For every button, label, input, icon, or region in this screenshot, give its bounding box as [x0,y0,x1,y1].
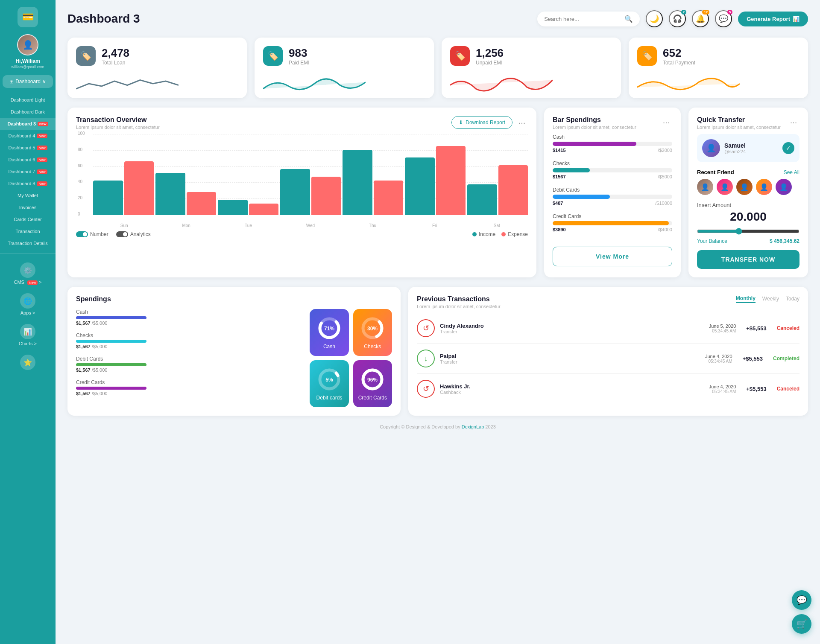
quick-transfer-more-button[interactable]: ··· [788,116,800,128]
bar-red-2 [249,204,279,215]
chart-x-label-4: Thu [342,223,404,228]
friend-avatar-5[interactable]: 👤 [776,179,792,195]
svg-text:5%: 5% [325,377,333,383]
headset-button[interactable]: 🎧 2 [669,10,686,27]
stat-value-loan: 2,478 [102,47,129,60]
spendings-list: Cash $1,567 /$5,000 Checks $1,567 /$5,00… [76,309,303,407]
bar-teal-6 [467,184,497,215]
sidebar-dashboard-button[interactable]: ⊞ Dashboard ∨ [3,75,53,88]
bar-spendings-more-button[interactable]: ··· [660,116,672,128]
stat-label-loan: Total Loan [102,60,129,66]
spendings-title: Spendings [76,295,392,303]
payment-wave [637,71,740,96]
sidebar-nav-item-transaction-details[interactable]: Transaction Details [0,237,56,249]
stats-row: 🏷️ 2,478 Total Loan 🏷️ 983 Paid EMI [67,38,808,98]
stat-card-total-payment: 🏷️ 652 Total Payment [629,38,808,98]
spending-item-checks: Checks $1567 /$5000 [553,160,672,179]
page-title: Dashboard 3 [67,12,140,26]
gear-icon: ⚙️ [20,262,35,278]
bar-group-0 [93,161,154,215]
quick-transfer-title: Quick Transfer [697,116,781,124]
bar-teal-0 [93,181,123,215]
friend-avatar-3[interactable]: 👤 [736,179,753,195]
search-icon: 🔍 [624,15,633,23]
transfer-now-button[interactable]: TRANSFER NOW [697,250,800,269]
expense-dot [501,232,506,236]
friend-avatar-1[interactable]: 👤 [697,179,713,195]
sidebar-nav-item[interactable]: Dashboard 5 New [0,142,56,154]
sidebar-nav-item[interactable]: Dashboard Light [0,94,56,106]
stat-label-unpaid: Unpaid EMI [476,60,504,66]
see-all-link[interactable]: See All [784,169,800,175]
chat-icon: 💬 [719,14,728,23]
prev-tx-title: Previous Transactions [417,295,501,303]
selected-user-name: Samuel [724,142,746,149]
header-right: 🔍 🌙 🎧 2 🔔 12 💬 5 Generate Report 📊 [537,10,808,27]
footer-brand-link[interactable]: DexignLab [462,424,484,429]
tab-monthly[interactable]: Monthly [736,295,756,303]
sidebar-charts-item[interactable]: 📊 Charts > [0,320,56,350]
view-more-button[interactable]: View More [553,247,672,266]
bar-teal-3 [280,169,310,215]
support-fab[interactable]: 💬 [792,590,811,610]
sidebar-nav-item[interactable]: Dashboard Dark [0,106,56,118]
analytics-toggle[interactable] [116,231,128,237]
bar-group-2 [218,200,278,215]
bar-group-5 [405,146,466,215]
tab-weekly[interactable]: Weekly [762,296,779,303]
sidebar-star-item[interactable]: ⭐ [0,350,56,376]
search-input[interactable] [544,16,621,22]
sidebar-nav-item-transaction[interactable]: Transaction [0,225,56,237]
sidebar-cms-item[interactable]: ⚙️ CMS New > [0,258,56,289]
bottom-row: Spendings Cash $1,567 /$5,000 Checks $1,… [67,287,808,416]
sidebar-nav-item-invoices[interactable]: Invoices [0,201,56,213]
download-report-button[interactable]: ⬇ Download Report [451,116,512,129]
main-content: Dashboard 3 🔍 🌙 🎧 2 🔔 12 💬 5 Gen [56,0,820,644]
moon-icon: 🌙 [650,14,659,23]
header: Dashboard 3 🔍 🌙 🎧 2 🔔 12 💬 5 Gen [67,10,808,27]
sidebar-nav-item-cards[interactable]: Cards Center [0,213,56,225]
sidebar-nav-item[interactable]: Dashboard 7 New [0,166,56,178]
sidebar-nav-item[interactable]: Dashboard 6 New [0,154,56,166]
bar-teal-4 [343,150,372,215]
spending-item-credit: Credit Cards $3890 /$4000 [553,213,672,232]
sidebar-nav-item-dashboard3[interactable]: Dashboard 3 New [0,118,56,130]
transaction-item-1: ↺ Cindy Alexandro Transfer June 5, 2020 … [417,313,800,344]
donut-cash: 71% Cash [310,309,348,356]
spending-list-credit: Credit Cards $1,567 /$5,000 [76,379,303,396]
friend-avatar-2[interactable]: 👤 [717,179,733,195]
bar-red-5 [436,146,466,215]
svg-text:96%: 96% [367,377,378,383]
footer: Copyright © Designed & Developed by Dexi… [67,416,808,434]
sidebar-nav-item-wallet[interactable]: My Wallet [0,189,56,201]
number-toggle[interactable] [76,231,88,237]
sidebar-apps-item[interactable]: 🌐 Apps > [0,289,56,320]
notifications-button[interactable]: 🔔 12 [692,10,709,27]
spending-list-debit: Debit Cards $1,567 /$5,000 [76,356,303,373]
friend-avatar-4[interactable]: 👤 [756,179,772,195]
stat-label-emi: Paid EMI [289,60,310,66]
theme-toggle-button[interactable]: 🌙 [646,10,663,27]
generate-report-button[interactable]: Generate Report 📊 [738,12,808,26]
spending-list-checks: Checks $1,567 /$5,000 [76,332,303,349]
prev-tx-subtitle: Lorem ipsum dolor sit amet, consectetur [417,304,501,309]
bell-icon: 🔔 [696,14,705,23]
spendings-card: Spendings Cash $1,567 /$5,000 Checks $1,… [67,287,401,416]
sidebar-nav-item[interactable]: Dashboard 8 New [0,178,56,189]
svg-text:30%: 30% [367,326,378,332]
selected-user[interactable]: 👤 Samuel @sam224 ✓ [697,134,800,162]
more-options-button[interactable]: ··· [516,117,528,128]
chat-badge: 5 [727,10,732,15]
loan-icon: 🏷️ [76,46,96,66]
amount-slider[interactable] [697,228,800,235]
cart-fab[interactable]: 🛒 [792,614,811,634]
chart-x-label-3: Wed [279,223,341,228]
transaction-overview-subtitle: Lorem ipsum dolor sit amet, consectetur [76,125,160,130]
messages-button[interactable]: 💬 5 [715,10,732,27]
bar-red-4 [374,181,404,215]
tab-today[interactable]: Today [786,296,800,303]
stat-label-payment: Total Payment [663,60,695,66]
sidebar-nav-item[interactable]: Dashboard 4 New [0,130,56,142]
unpaid-icon: 🏷️ [450,46,470,66]
bar-red-6 [498,165,528,215]
